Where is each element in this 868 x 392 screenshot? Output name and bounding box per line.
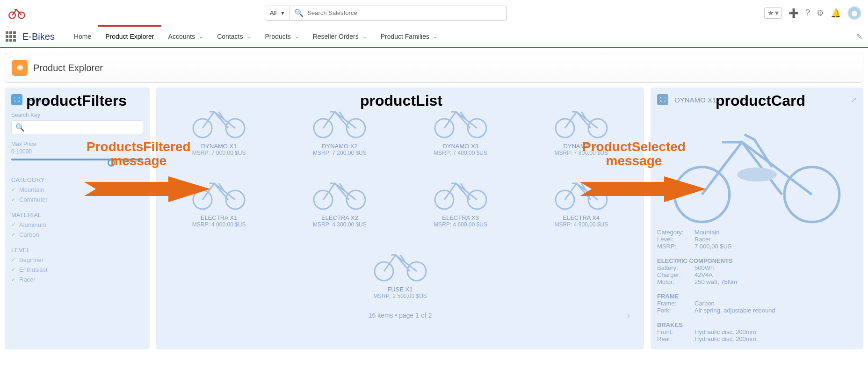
product-card-image — [657, 111, 857, 223]
main-layout: ⛶ Filters Search Key 🔍 Max Price 0-10000… — [0, 87, 868, 354]
product-tile[interactable]: ELECTRA X2 MSRP: 4 300,00 $US — [282, 166, 398, 232]
nav-tab-accounts[interactable]: Accounts⌄ — [161, 25, 210, 48]
chevron-down-icon: ⌄ — [295, 34, 299, 40]
next-page-button[interactable]: › — [627, 311, 630, 320]
product-msrp: MSRP: 7 200,00 $US — [282, 150, 398, 156]
spec-key: Fork: — [657, 307, 694, 314]
checkbox-label: Aluminum — [19, 221, 46, 228]
checkbox-carbon[interactable]: ✓Carbon — [11, 231, 143, 238]
app-launcher-icon[interactable] — [6, 31, 16, 42]
checkmark-icon: ✓ — [11, 257, 15, 263]
checkbox-label: Carbon — [19, 231, 39, 238]
spec-key: Level: — [657, 236, 694, 243]
overlay-msg1: ProductsFiltered message — [87, 140, 190, 168]
checkbox-label: Racer — [19, 276, 36, 283]
bell-icon[interactable]: 🔔 — [831, 8, 841, 18]
nav-tab-reseller-orders[interactable]: Reseller Orders⌄ — [306, 25, 374, 48]
spec-value: Mountain — [694, 229, 719, 236]
nav-tab-label: Reseller Orders — [313, 33, 359, 40]
svg-marker-24 — [580, 176, 706, 202]
nav-tab-label: Product Families — [381, 33, 429, 40]
nav-tab-contacts[interactable]: Contacts⌄ — [210, 25, 258, 48]
spec-value: 250 watt, 75Nm — [694, 278, 737, 285]
bike-image — [428, 169, 493, 211]
arrow-icon — [84, 176, 210, 202]
spec-key: Charger: — [657, 271, 694, 278]
spec-section: FRAME — [657, 293, 857, 300]
chevron-down-icon: ⌄ — [362, 34, 367, 40]
spec-section: ELECTRIC COMPONENTS — [657, 257, 857, 264]
search-box[interactable]: 🔍 — [289, 6, 507, 21]
product-msrp: MSRP: 2 500,00 $US — [330, 293, 470, 299]
product-msrp: MSRP: 4 600,00 $US — [403, 221, 519, 228]
product-msrp: MSRP: 4 000,00 $US — [161, 221, 277, 228]
product-list-panel: DYNAMO X1 MSRP: 7 000,00 $US DYNAMO X2 M… — [156, 87, 644, 349]
filter-icon: ⛶ — [11, 94, 22, 105]
product-card-title: DYNAMO X1 — [675, 96, 716, 104]
svg-marker-23 — [84, 176, 210, 202]
product-card-icon: ⛶ — [657, 94, 668, 105]
checkbox-enthusiast[interactable]: ✓Enthusiast — [11, 266, 143, 273]
search-key-input[interactable] — [28, 124, 139, 131]
favorites-button[interactable]: ★▾ — [764, 7, 782, 19]
product-grid-row-3: FUSE X1 MSRP: 2 500,00 $US — [161, 237, 639, 304]
page-title: Product Explorer — [33, 63, 103, 73]
nav-tab-home[interactable]: Home — [67, 25, 98, 48]
product-tile[interactable]: FUSE X1 MSRP: 2 500,00 $US — [330, 237, 470, 304]
page-header-icon: ✺ — [12, 60, 28, 76]
spec-value: Carbon — [694, 300, 715, 307]
product-tile[interactable]: ELECTRA X3 MSRP: 4 600,00 $US — [403, 166, 519, 232]
nav-tab-product-families[interactable]: Product Families⌄ — [374, 25, 444, 48]
spec-key: Category: — [657, 229, 694, 236]
spec-key: Battery: — [657, 264, 694, 271]
expand-icon[interactable]: ⤢ — [851, 95, 857, 104]
chevron-down-icon: ▾ — [281, 9, 284, 16]
pagination: 16 items • page 1 of 2 › — [161, 312, 639, 319]
filters-panel: ⛶ Filters Search Key 🔍 Max Price 0-10000… — [5, 87, 150, 349]
checkbox-racer[interactable]: ✓Racer — [11, 276, 143, 283]
app-name: E-Bikes — [22, 31, 55, 42]
nav-tab-product-explorer[interactable]: Product Explorer — [98, 25, 161, 48]
checkbox-beginner[interactable]: ✓Beginner — [11, 256, 143, 263]
overlay-filters-label: productFilters — [26, 92, 127, 109]
spec-section: BRAKES — [657, 321, 857, 328]
avatar[interactable] — [847, 6, 861, 20]
spec-value: Racer — [694, 236, 711, 243]
search-key-input-wrap[interactable]: 🔍 — [11, 120, 143, 134]
level-heading: LEVEL — [11, 247, 143, 254]
search-scope-selector[interactable]: All ▾ — [265, 6, 289, 21]
checkbox-label: Enthusiast — [19, 266, 48, 273]
gear-icon[interactable]: ⚙ — [817, 8, 824, 18]
material-heading: MATERIAL — [11, 211, 143, 218]
app-logo — [7, 5, 26, 22]
spec-value: 7 000,00 $US — [694, 243, 732, 250]
nav-tab-label: Home — [74, 33, 91, 40]
star-icon: ★ — [767, 8, 774, 17]
product-name: DYNAMO X2 — [282, 143, 398, 150]
search-icon: 🔍 — [294, 8, 304, 17]
checkmark-icon: ✓ — [11, 232, 15, 238]
product-msrp: MSRP: 4 300,00 $US — [282, 221, 398, 228]
checkbox-label: Commuter — [19, 196, 48, 203]
add-icon[interactable]: ➕ — [788, 8, 799, 18]
checkbox-aluminum[interactable]: ✓Aluminum — [11, 221, 143, 228]
search-key-label: Search Key — [11, 112, 143, 118]
overlay-msg1-line2: message — [87, 154, 190, 168]
help-icon[interactable]: ? — [805, 8, 810, 18]
global-header: All ▾ 🔍 ★▾ ➕ ? ⚙ 🔔 — [0, 0, 868, 26]
nav-tab-label: Contacts — [217, 33, 243, 40]
pencil-icon[interactable]: ✎ — [856, 32, 862, 41]
global-search: All ▾ 🔍 — [265, 6, 507, 21]
product-specs: Category:Mountain Level:Racer MSRP:7 000… — [657, 229, 857, 342]
overlay-card-label: productCard — [716, 92, 805, 109]
chevron-down-icon: ▾ — [775, 8, 779, 17]
pagination-text: 16 items • page 1 of 2 — [369, 312, 432, 319]
search-input[interactable] — [307, 9, 502, 16]
spec-value: 500Wh — [694, 264, 714, 271]
spec-key: Frame: — [657, 300, 694, 307]
spec-key: Rear: — [657, 335, 694, 342]
spec-value: Hydraulic disc, 200mm — [694, 328, 756, 335]
nav-tab-products[interactable]: Products⌄ — [258, 25, 305, 48]
spec-value: Hydraulic disc, 200mm — [694, 335, 756, 342]
spec-key: Motor: — [657, 278, 694, 285]
